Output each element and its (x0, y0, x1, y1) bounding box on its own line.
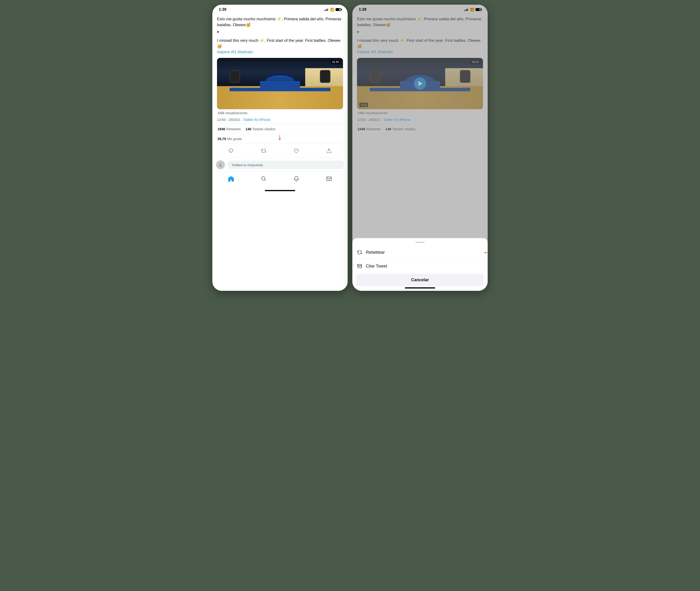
hashtags-left[interactable]: #alpine #f1 #bahrain (217, 50, 253, 54)
search-icon (261, 176, 267, 182)
cite-tweet-label: Citar Tweet (366, 264, 387, 269)
status-bar-left: 1:39 📶 (212, 5, 348, 13)
left-phone: 1:39 📶 Esto me gusta mucho muchísimo ⚡. … (212, 5, 348, 291)
nav-home-left[interactable] (226, 174, 236, 184)
dot-separator-left: • (217, 29, 343, 36)
bell-icon (293, 176, 299, 182)
home-icon (228, 176, 234, 182)
sheet-handle (415, 242, 425, 243)
retweet-sheet-item[interactable]: Retwittear ← (352, 247, 488, 258)
like-button-left[interactable] (291, 146, 301, 156)
reply-icon (228, 148, 233, 153)
wifi-icon: 📶 (330, 8, 334, 11)
nav-notifications-left[interactable] (291, 174, 301, 184)
nav-search-left[interactable] (259, 174, 269, 184)
svg-point-1 (262, 177, 265, 180)
action-sheet-right: Retwittear ← Citar Tweet Cancelar (352, 238, 488, 291)
battery-icon (336, 8, 341, 11)
home-indicator-right (352, 286, 488, 291)
time-left: 1:39 (219, 7, 226, 12)
share-button-left[interactable] (324, 146, 334, 156)
nav-messages-left[interactable] (324, 174, 334, 184)
video-thumbnail-left[interactable]: ALPINE F1 TV (217, 58, 343, 109)
reply-button-left[interactable] (226, 146, 236, 156)
tweet-meta-left: 13:50 · 29/3/21 · Twitter for iPhone (217, 118, 343, 124)
retweet-sheet-label: Retwittear (366, 250, 385, 255)
tweet-english-text-left: I missed this very much ⚡. First start o… (217, 38, 343, 55)
cite-tweet-sheet-item[interactable]: Citar Tweet (352, 260, 488, 272)
red-arrow-left: ↓ (278, 132, 282, 142)
reply-box-left: Twittea tu respuesta (212, 158, 348, 172)
heart-icon (294, 148, 299, 153)
right-phone: 1:39 📶 Esto me gusta mucho muchísimo ⚡. … (352, 5, 488, 291)
retweet-sheet-icon (357, 250, 362, 255)
avatar-left (216, 160, 225, 169)
share-icon (327, 148, 332, 153)
home-indicator-left (212, 189, 348, 194)
views-count-left: 348k visualizaciones (217, 111, 343, 115)
sheet-divider (352, 259, 488, 259)
tweet-spanish-text-left: Esto me gusta mucho muchísimo ⚡. Primera… (217, 16, 343, 28)
red-arrow-right: ← (483, 248, 488, 256)
reply-input-left[interactable]: Twittea tu respuesta (228, 160, 344, 169)
retweet-icon (261, 148, 266, 153)
cancel-button-right[interactable]: Cancelar (356, 274, 484, 286)
person-icon (218, 162, 223, 168)
retweet-button-left[interactable] (259, 146, 269, 156)
tweet-content-left: Esto me gusta mucho muchísimo ⚡. Primera… (212, 13, 348, 144)
bottom-nav-left (212, 172, 348, 189)
f1-car-left: ALPINE (230, 63, 330, 91)
mail-icon (326, 176, 332, 182)
f1tv-badge-left: F1 TV (331, 60, 341, 64)
status-icons-left: 📶 (325, 8, 341, 11)
twitter-for-iphone-left[interactable]: Twitter for iPhone (243, 118, 270, 122)
cite-icon (357, 264, 362, 269)
signal-icon (325, 8, 329, 11)
svg-rect-2 (327, 177, 331, 181)
action-bar-left: ↓ (212, 144, 348, 158)
svg-point-0 (220, 163, 221, 165)
